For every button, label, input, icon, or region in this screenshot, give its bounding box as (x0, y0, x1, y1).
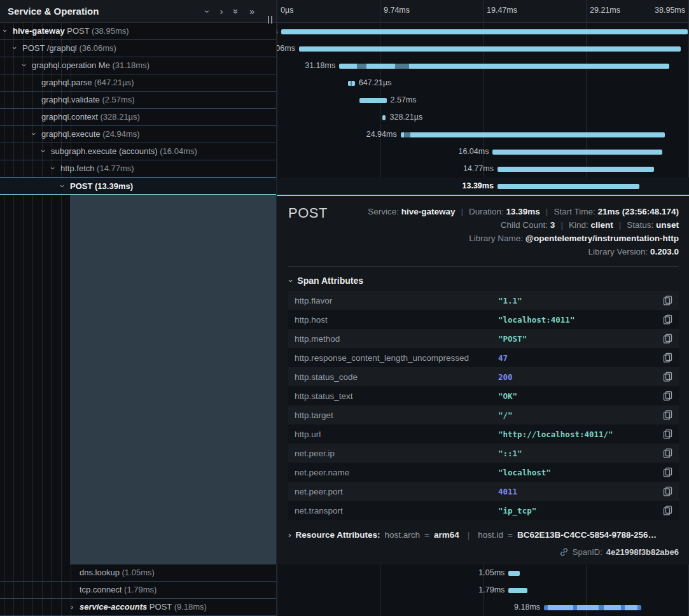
attribute-value: "localhost:4011" (498, 315, 662, 325)
attribute-value: "localhost" (498, 468, 662, 477)
bar-duration-label: 16.04ms (458, 147, 489, 156)
span-duration: (36.06ms) (77, 43, 116, 53)
chevron-down-icon[interactable]: › (0, 29, 13, 32)
span-tree-row[interactable]: graphql.parse (647.21µs) (0, 74, 276, 92)
copy-button[interactable] (662, 447, 674, 459)
copy-button[interactable] (662, 370, 674, 383)
chevron-down-icon[interactable]: › (202, 10, 212, 13)
chevron-down-icon[interactable]: › (26, 132, 42, 135)
span-bar-row[interactable]: 328.21µs (277, 109, 689, 126)
attribute-key: http.flavor (295, 296, 498, 305)
operation-name: graphql.parse (41, 78, 92, 87)
span-duration: (1.79ms) (122, 585, 157, 594)
meta-label: Kind: (569, 220, 591, 230)
attribute-value: "OK" (498, 391, 662, 401)
span-id-row: SpanID: 4e21998f3b82abe6 (288, 547, 679, 557)
attribute-row: net.transport"ip_tcp" (288, 501, 679, 520)
span-bar-row[interactable]: 14.77ms (277, 160, 689, 178)
span-tree-row[interactable]: graphql.validate (2.57ms) (0, 92, 276, 109)
copy-button[interactable] (662, 389, 674, 402)
span-bar-row[interactable]: 38.95ms (277, 23, 689, 40)
detail-header: POST Service: hive-gateway|Duration: 13.… (288, 205, 679, 258)
chevron-right-icon[interactable]: › (71, 599, 73, 615)
span-bar-row[interactable]: 31.18ms (277, 57, 689, 74)
span-duration: (328.21µs) (98, 112, 140, 122)
attribute-row: http.method"POST" (288, 329, 679, 348)
span-duration-bar[interactable] (339, 64, 669, 69)
span-label: graphql.parse (647.21µs) (0, 74, 134, 90)
span-duration-bar[interactable] (544, 605, 641, 610)
link-icon[interactable] (559, 547, 569, 557)
span-tree-row[interactable]: ›http.fetch (14.77ms) (0, 160, 276, 178)
span-duration-bar[interactable] (508, 588, 527, 593)
span-tree-row[interactable]: dns.lookup (1.05ms) (0, 564, 276, 582)
span-duration: (31.18ms) (110, 60, 150, 70)
span-bar-row[interactable]: 1.05ms (277, 564, 689, 582)
chevron-down-icon[interactable]: › (45, 167, 61, 169)
span-duration-bar[interactable] (348, 81, 355, 86)
span-bar-row[interactable]: 1.79ms (277, 582, 689, 599)
bar-duration-label: 24.94ms (366, 130, 397, 139)
span-duration: (1.05ms) (120, 568, 155, 577)
span-bar-row[interactable]: 13.39ms (277, 178, 689, 195)
span-bar-row[interactable]: 16.04ms (277, 143, 689, 160)
chevron-down-icon[interactable]: › (7, 46, 23, 49)
double-chevron-right-icon[interactable]: » (249, 6, 254, 17)
bar-duration-label: 9.18ms (514, 603, 540, 612)
panel-resizer[interactable] (268, 16, 272, 24)
chevron-down-icon[interactable]: › (55, 185, 71, 187)
copy-button[interactable] (662, 428, 674, 440)
span-tree-row[interactable]: ›graphql.execute (24.94ms) (0, 126, 276, 143)
span-bar-row[interactable]: 36.06ms (277, 40, 689, 57)
copy-button[interactable] (662, 332, 674, 345)
copy-button[interactable] (662, 485, 674, 498)
expanded-row-background (70, 195, 276, 564)
span-duration-bar[interactable] (498, 167, 654, 172)
resource-value: arm64 (434, 530, 459, 540)
service-name: service-accounts (80, 602, 150, 612)
span-bar-row[interactable]: 9.18ms (277, 599, 689, 616)
span-duration-bar[interactable] (299, 46, 681, 52)
span-tree-row[interactable]: ›hive-gateway POST (38.95ms) (0, 23, 276, 40)
span-bar-row[interactable]: 647.21µs (277, 74, 689, 92)
span-bar-row[interactable]: 2.57ms (277, 92, 689, 109)
span-duration-bar[interactable] (508, 571, 519, 576)
span-tree-row[interactable]: tcp.connect (1.79ms) (0, 582, 276, 599)
span-tree-row[interactable]: graphql.context (328.21µs) (0, 109, 276, 126)
chevron-down-icon[interactable]: › (17, 64, 32, 66)
copy-button[interactable] (662, 504, 674, 517)
attribute-key: net.peer.port (295, 487, 498, 496)
span-duration-bar[interactable] (492, 150, 662, 155)
span-duration-bar[interactable] (401, 132, 665, 137)
copy-button[interactable] (662, 409, 674, 421)
double-chevron-down-icon[interactable]: » (231, 9, 241, 14)
attribute-value: 4011 (498, 487, 662, 496)
copy-button[interactable] (662, 313, 674, 326)
span-tree-row[interactable]: ›graphql.operation Me (31.18ms) (0, 57, 276, 74)
span-tree-row[interactable]: ›service-accounts POST (9.18ms) (0, 599, 276, 616)
span-duration-bar[interactable] (359, 98, 387, 103)
span-duration: (9.18ms) (172, 602, 207, 612)
copy-button[interactable] (662, 294, 674, 307)
span-duration-bar[interactable] (382, 115, 386, 120)
attribute-key: net.transport (295, 506, 498, 515)
resource-attributes-toggle[interactable]: ›Resource Attributes:host.arch=arm64|hos… (288, 530, 679, 540)
span-attributes-toggle[interactable]: › Span Attributes (289, 276, 679, 286)
chevron-down-icon[interactable]: › (36, 150, 52, 152)
span-duration-bar[interactable] (281, 29, 688, 34)
copy-icon (663, 372, 672, 382)
span-duration-bar[interactable] (498, 184, 639, 189)
meta-value: 13.39ms (506, 207, 540, 216)
tick-label: 0µs (281, 6, 293, 15)
bar-segment (404, 132, 410, 137)
span-tree-row[interactable]: ›subgraph.execute (accounts) (16.04ms) (0, 143, 276, 160)
chevron-right-icon[interactable]: › (220, 6, 223, 17)
copy-button[interactable] (662, 466, 674, 479)
span-tree-row[interactable]: ›POST (13.39ms) (0, 178, 276, 195)
bar-segment (577, 605, 598, 610)
span-bar-row[interactable]: 24.94ms (277, 126, 689, 143)
bar-segment (395, 64, 409, 69)
attribute-row: http.target"/" (288, 405, 679, 424)
span-tree-row[interactable]: ›POST /graphql (36.06ms) (0, 40, 276, 57)
copy-button[interactable] (662, 351, 674, 364)
